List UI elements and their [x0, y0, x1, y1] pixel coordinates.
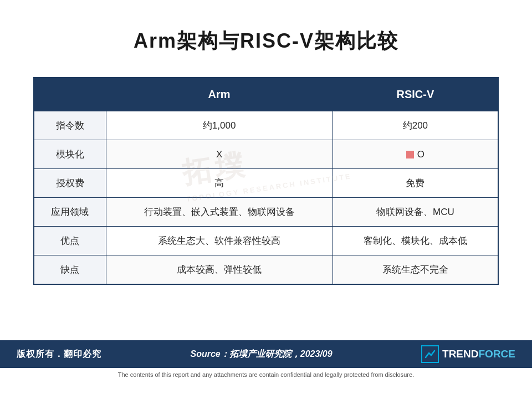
row-riscv-value: 物联网设备、MCU: [332, 198, 498, 227]
footer-source-label: Source：拓墣产业研究院，2023/09: [190, 349, 332, 359]
row-arm-value: 成本较高、弹性较低: [106, 255, 332, 285]
logo-force: FORCE: [479, 348, 516, 360]
table-row: 模块化XO: [34, 140, 498, 169]
page-title: Arm架构与RISC-V架构比较: [33, 28, 499, 55]
row-riscv-value: 客制化、模块化、成本低: [332, 227, 498, 255]
col-header-arm: Arm: [106, 78, 332, 111]
table-row: 授权费高免费: [34, 169, 498, 198]
row-arm-value: 行动装置、嵌入式装置、物联网设备: [106, 198, 332, 227]
row-arm-value: 约1,000: [106, 111, 332, 140]
table-row: 缺点成本较高、弹性较低系统生态不完全: [34, 255, 498, 285]
col-header-riscv: RSIC-V: [332, 78, 498, 111]
col-header-label: [34, 78, 106, 111]
table-row: 指令数约1,000约200: [34, 111, 498, 140]
row-arm-value: 高: [106, 169, 332, 198]
main-content: Arm架构与RISC-V架构比较 Arm RSIC-V 指令数约1,000约20…: [0, 0, 532, 285]
row-riscv-value: 系统生态不完全: [332, 255, 498, 285]
modular-text: O: [417, 149, 424, 160]
row-riscv-value: 约200: [332, 111, 498, 140]
logo-icon: [424, 349, 436, 360]
footer-copyright: 版权所有．翻印必究: [17, 349, 101, 360]
comparison-table: Arm RSIC-V 指令数约1,000约200模块化XO授权费高免费应用领域行…: [33, 77, 499, 285]
footer-source: Source：拓墣产业研究院，2023/09: [190, 349, 332, 360]
logo-text: TRENDFORCE: [442, 348, 515, 360]
logo-box: [421, 345, 439, 363]
row-label: 缺点: [34, 255, 106, 285]
modular-cell: O: [344, 149, 487, 160]
row-riscv-value: O: [332, 140, 498, 169]
row-label: 应用领域: [34, 198, 106, 227]
row-label: 优点: [34, 227, 106, 255]
footer: 版权所有．翻印必究 Source：拓墣产业研究院，2023/09 TRENDFO…: [0, 340, 532, 381]
row-label: 指令数: [34, 111, 106, 140]
pink-square-icon: [406, 151, 414, 158]
row-arm-value: 系统生态大、软件兼容性较高: [106, 227, 332, 255]
table-row: 应用领域行动装置、嵌入式装置、物联网设备物联网设备、MCU: [34, 198, 498, 227]
footer-bar: 版权所有．翻印必究 Source：拓墣产业研究院，2023/09 TRENDFO…: [0, 340, 532, 368]
table-row: 优点系统生态大、软件兼容性较高客制化、模块化、成本低: [34, 227, 498, 255]
logo-trend: TREND: [442, 348, 478, 360]
row-riscv-value: 免费: [332, 169, 498, 198]
trendforce-logo: TRENDFORCE: [421, 345, 515, 363]
row-arm-value: X: [106, 140, 332, 169]
footer-disclaimer: The contents of this report and any atta…: [0, 368, 532, 381]
row-label: 模块化: [34, 140, 106, 169]
row-label: 授权费: [34, 169, 106, 198]
